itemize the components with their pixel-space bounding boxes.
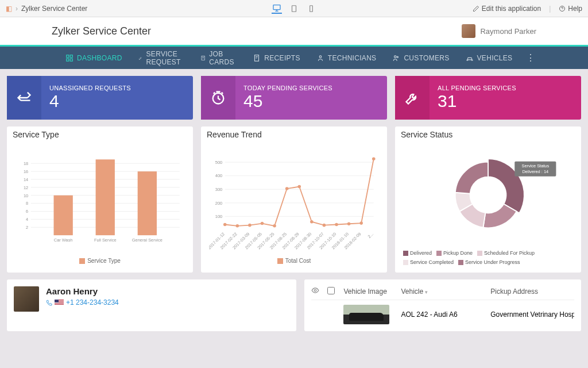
donut-chart: Service StatusDelivered : 14 (403, 146, 573, 244)
svg-text:300: 300 (215, 187, 222, 192)
help-label: Help (568, 5, 582, 13)
line-chart: 100200300400500 2017-01-122017-02-222017… (209, 146, 379, 255)
tab-label: JOB CARDS (209, 50, 237, 66)
vehicle-table: Vehicle Image Vehicle ▾ Pickup Address A… (304, 279, 581, 331)
eye-icon[interactable] (311, 286, 322, 296)
app-logo-icon: ◧ (6, 5, 12, 13)
service-icon (138, 54, 143, 62)
svg-text:Delivered : 14: Delivered : 14 (523, 169, 549, 174)
svg-text:400: 400 (215, 173, 222, 178)
svg-rect-34 (138, 171, 157, 235)
svg-point-55 (310, 220, 314, 224)
tab-technicians[interactable]: TECHNICIANS (308, 47, 385, 69)
phone-number: +1 234-234-3234 (66, 298, 119, 306)
contact-card: Aaron Henry +1 234-234-3234 (7, 279, 296, 331)
svg-text:16: 16 (24, 169, 28, 174)
svg-point-48 (223, 223, 227, 227)
breadcrumb-chevron: › (16, 5, 18, 13)
contact-name: Aaron Henry (46, 286, 119, 296)
kpi-value: 4 (49, 91, 131, 111)
tab-vehicles[interactable]: VEHICLES (458, 47, 521, 69)
contact-photo (14, 286, 39, 312)
vehicle-thumbnail (343, 305, 389, 324)
svg-point-60 (372, 157, 376, 160)
svg-point-49 (236, 224, 239, 228)
chart-title: Service Status (401, 130, 571, 139)
vehicle-icon (466, 54, 474, 62)
kpi-today-pending[interactable]: TODAY PENDING SERVICES 45 (201, 76, 387, 120)
chart-service-status: Service Status Service StatusDelivered :… (395, 126, 581, 273)
cell-pickup: Government Vetrinary Hospital, Tamil Nad… (490, 310, 574, 319)
contact-phone[interactable]: +1 234-234-3234 (46, 298, 119, 306)
edit-application-link[interactable]: Edit this application (473, 5, 541, 13)
kpi-label: TODAY PENDING SERVICES (243, 85, 332, 91)
tab-label: TECHNICIANS (328, 54, 377, 62)
col-pickup[interactable]: Pickup Address (490, 288, 574, 296)
tab-job-cards[interactable]: JOB CARDS (192, 47, 245, 69)
svg-rect-2 (310, 5, 313, 12)
svg-point-50 (248, 224, 252, 227)
svg-rect-4 (67, 55, 69, 57)
top-toolbar: ◧ › Zylker Service Center Edit this appl… (0, 0, 588, 17)
tab-customers[interactable]: CUSTOMERS (384, 47, 457, 69)
svg-text:200: 200 (215, 201, 222, 206)
legend-label: Total Cost (285, 258, 311, 264)
kpi-value: 31 (438, 91, 516, 111)
svg-text:14: 14 (24, 177, 28, 182)
svg-point-10 (319, 55, 322, 57)
chart-service-type: Service Type 24681012141618 Car WashFull… (7, 126, 193, 273)
user-name: Raymond Parker (480, 27, 536, 36)
technician-icon (316, 54, 324, 62)
kpi-label: ALL PENDING SERVICES (438, 85, 516, 91)
svg-text:8: 8 (26, 201, 28, 206)
chart-title: Revenue Trend (207, 130, 377, 139)
tab-receipts[interactable]: RECEIPTS (245, 47, 308, 69)
svg-text:10: 10 (24, 193, 28, 198)
svg-rect-7 (70, 59, 72, 61)
svg-text:2...: 2... (367, 231, 375, 239)
svg-rect-5 (70, 55, 72, 57)
col-vehicle-image[interactable]: Vehicle Image (343, 288, 395, 296)
kpi-unassigned[interactable]: UNASSIGNED REQUESTS 4 (7, 76, 193, 120)
tab-label: SERVICE REQUEST (146, 50, 184, 66)
svg-point-77 (315, 289, 317, 292)
svg-point-57 (335, 223, 338, 227)
svg-rect-6 (67, 59, 69, 61)
app-name: Zylker Service Center (21, 5, 87, 13)
tab-dashboard[interactable]: DASHBOARD (57, 47, 130, 69)
tablet-icon[interactable] (289, 3, 299, 14)
svg-text:100: 100 (215, 214, 222, 219)
tab-label: CUSTOMERS (404, 54, 449, 62)
tab-label: DASHBOARD (77, 54, 122, 62)
svg-text:Car Wash: Car Wash (54, 237, 73, 243)
main-nav: DASHBOARD SERVICE REQUEST JOB CARDS RECE… (0, 45, 588, 69)
svg-text:Full Service: Full Service (94, 237, 117, 243)
desktop-icon[interactable] (272, 3, 282, 14)
mobile-icon[interactable] (306, 3, 316, 14)
cell-vehicle: AOL 242 - Audi A6 (401, 310, 485, 319)
svg-point-53 (285, 187, 289, 190)
svg-text:18: 18 (24, 161, 28, 166)
checkbox-header[interactable] (327, 287, 338, 296)
avatar (462, 24, 475, 38)
help-link[interactable]: Help (559, 5, 582, 13)
nav-more-button[interactable]: ⋮ (520, 52, 541, 63)
svg-point-58 (347, 223, 351, 226)
swap-icon (7, 76, 41, 120)
dashboard-icon (65, 54, 74, 62)
col-vehicle[interactable]: Vehicle ▾ (401, 288, 485, 296)
user-menu[interactable]: Raymond Parker (462, 24, 536, 38)
kpi-all-pending[interactable]: ALL PENDING SERVICES 31 (395, 76, 581, 120)
table-row[interactable]: AOL 242 - Audi A6 Government Vetrinary H… (311, 300, 574, 324)
svg-point-59 (359, 221, 363, 225)
edit-application-label: Edit this application (482, 5, 541, 13)
svg-rect-1 (292, 5, 296, 12)
donut-legend: DeliveredPickup DoneScheduled For Pickup… (403, 246, 573, 269)
us-flag-icon (55, 300, 64, 305)
tab-label: VEHICLES (477, 54, 513, 62)
tab-service-request[interactable]: SERVICE REQUEST (130, 47, 192, 69)
chart-title: Service Type (13, 130, 183, 139)
phone-icon (46, 300, 52, 306)
page-title: Zylker Service Center (52, 25, 151, 37)
svg-rect-33 (96, 159, 115, 235)
